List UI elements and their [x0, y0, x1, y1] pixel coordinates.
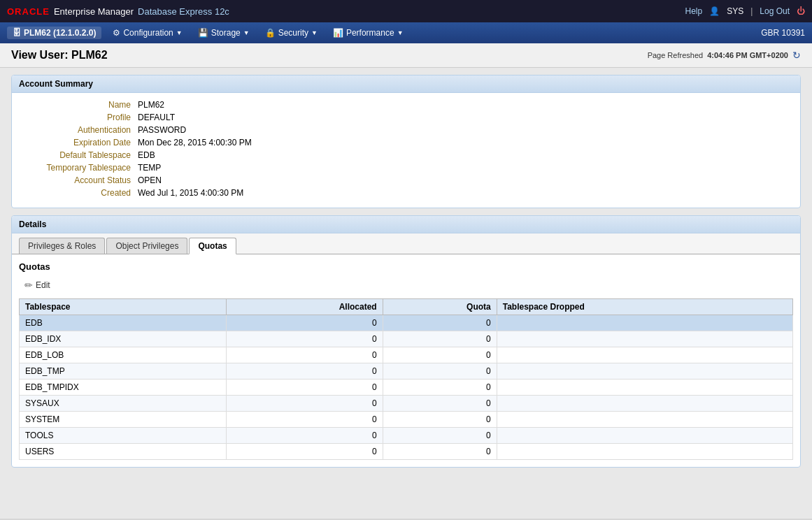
nav-item-storage[interactable]: 💾 Storage ▼ [191, 25, 257, 41]
cell-allocated: 0 [226, 363, 383, 380]
logout-button[interactable]: Log Out [760, 6, 790, 16]
cell-dropped [497, 347, 792, 363]
tab-quotas[interactable]: Quotas [189, 238, 236, 254]
cell-dropped [497, 412, 792, 428]
performance-arrow: ▼ [397, 29, 404, 36]
cell-tablespace: EDB_TMPIDX [20, 380, 227, 396]
edit-button[interactable]: ✏ Edit [19, 277, 56, 293]
config-icon: ⚙ [113, 28, 120, 38]
region-label: GBR 10391 [761, 28, 805, 38]
table-header: Tablespace Allocated Quota Tablespace Dr… [20, 299, 793, 315]
col-header-dropped: Tablespace Dropped [497, 299, 792, 315]
cell-quota: 0 [383, 380, 497, 396]
table-row[interactable]: EDB00 [20, 315, 793, 331]
cell-tablespace: EDB_TMP [20, 363, 227, 380]
col-header-quota: Quota [383, 299, 497, 315]
table-row[interactable]: USERS00 [20, 444, 793, 460]
field-label-default-tablespace: Default Tablespace [26, 150, 138, 160]
field-label-expiration-date: Expiration Date [26, 138, 138, 147]
db-name-label: PLM62 (12.1.0.2.0) [24, 28, 96, 38]
cell-tablespace: EDB [20, 315, 227, 331]
cell-dropped [497, 380, 792, 396]
tab-quotas-label: Quotas [198, 241, 227, 251]
table-row[interactable]: TOOLS00 [20, 428, 793, 444]
view-user-header: View User: PLM62 Page Refreshed 4:04:46 … [0, 43, 812, 68]
table-row[interactable]: EDB_TMP00 [20, 363, 793, 380]
quotas-content: Quotas ✏ Edit Tablespace Allocated Quota… [12, 254, 800, 467]
field-value-default-tablespace: EDB [138, 150, 155, 160]
field-value-expiration-date: Mon Dec 28, 2015 4:00:30 PM [138, 138, 252, 147]
details-tabs: Privileges & Roles Object Privileges Quo… [12, 233, 800, 254]
config-label: Configuration [123, 28, 173, 38]
cell-quota: 0 [383, 363, 497, 380]
field-value-name: PLM62 [138, 100, 164, 110]
nav-item-security[interactable]: 🔒 Security ▼ [258, 25, 325, 41]
main-section: Account Summary Name PLM62 Profile DEFAU… [0, 68, 812, 475]
nav-right: GBR 10391 [761, 28, 805, 38]
cell-dropped [497, 315, 792, 331]
details-panel: Details Privileges & Roles Object Privil… [11, 215, 801, 468]
cell-dropped [497, 363, 792, 380]
edit-icon: ✏ [24, 280, 33, 291]
refresh-icon[interactable]: ↻ [792, 50, 801, 61]
cell-quota: 0 [383, 396, 497, 412]
cell-tablespace: SYSAUX [20, 396, 227, 412]
nav-bar: 🗄 PLM62 (12.1.0.2.0) ⚙ Configuration ▼ 💾… [0, 22, 812, 43]
field-account-status: Account Status OPEN [26, 175, 786, 185]
field-label-temp-tablespace: Temporary Tablespace [26, 163, 138, 173]
cell-tablespace: SYSTEM [20, 412, 227, 428]
performance-label: Performance [346, 28, 394, 38]
nav-item-configuration[interactable]: ⚙ Configuration ▼ [106, 25, 189, 41]
storage-arrow: ▼ [243, 29, 250, 36]
cell-tablespace: TOOLS [20, 428, 227, 444]
em-title: Enterprise Manager [54, 6, 134, 17]
quotas-table: Tablespace Allocated Quota Tablespace Dr… [19, 298, 793, 460]
nav-item-performance[interactable]: 📊 Performance ▼ [326, 25, 411, 41]
page-refreshed-info: Page Refreshed 4:04:46 PM GMT+0200 ↻ [648, 50, 801, 61]
table-row[interactable]: EDB_IDX00 [20, 331, 793, 347]
table-row[interactable]: SYSAUX00 [20, 396, 793, 412]
table-row[interactable]: EDB_TMPIDX00 [20, 380, 793, 396]
field-created: Created Wed Jul 1, 2015 4:00:30 PM [26, 188, 786, 198]
cell-quota: 0 [383, 347, 497, 363]
details-header: Details [12, 216, 800, 233]
nav-menu: ⚙ Configuration ▼ 💾 Storage ▼ 🔒 Security… [106, 25, 410, 41]
config-arrow: ▼ [176, 29, 183, 36]
col-header-tablespace: Tablespace [20, 299, 227, 315]
cell-dropped [497, 444, 792, 460]
table-header-row: Tablespace Allocated Quota Tablespace Dr… [20, 299, 793, 315]
performance-icon: 📊 [333, 28, 343, 38]
tab-privileges-roles[interactable]: Privileges & Roles [19, 238, 105, 254]
header-left: ORACLE Enterprise Manager Database Expre… [7, 6, 229, 17]
field-name: Name PLM62 [26, 100, 786, 110]
page-refreshed-time: 4:04:46 PM GMT+0200 [707, 51, 788, 59]
field-expiration-date: Expiration Date Mon Dec 28, 2015 4:00:30… [26, 138, 786, 147]
tab-privileges-roles-label: Privileges & Roles [28, 241, 96, 251]
quotas-title: Quotas [19, 261, 793, 272]
table-row[interactable]: EDB_LOB00 [20, 347, 793, 363]
cell-tablespace: EDB_LOB [20, 347, 227, 363]
db-name-badge[interactable]: 🗄 PLM62 (12.1.0.2.0) [7, 27, 101, 39]
cell-allocated: 0 [226, 347, 383, 363]
cell-quota: 0 [383, 331, 497, 347]
table-row[interactable]: SYSTEM00 [20, 412, 793, 428]
help-link[interactable]: Help [685, 6, 702, 16]
cell-dropped [497, 331, 792, 347]
oracle-text: ORACLE [7, 6, 50, 17]
table-body: EDB00EDB_IDX00EDB_LOB00EDB_TMP00EDB_TMPI… [20, 315, 793, 460]
account-summary-body: Name PLM62 Profile DEFAULT Authenticatio… [12, 93, 800, 208]
storage-icon: 💾 [198, 28, 208, 38]
quotas-toolbar: ✏ Edit [19, 277, 793, 293]
cell-quota: 0 [383, 315, 497, 331]
storage-label: Storage [211, 28, 241, 38]
username-label: SYS [727, 6, 743, 16]
field-value-authentication: PASSWORD [138, 125, 186, 135]
cell-allocated: 0 [226, 396, 383, 412]
cell-allocated: 0 [226, 428, 383, 444]
tab-object-privileges[interactable]: Object Privileges [106, 238, 187, 254]
nav-left: 🗄 PLM62 (12.1.0.2.0) ⚙ Configuration ▼ 💾… [7, 25, 411, 41]
separator: | [750, 6, 753, 16]
page-refreshed-label: Page Refreshed [648, 51, 704, 59]
cell-dropped [497, 396, 792, 412]
user-icon: 👤 [709, 6, 720, 16]
